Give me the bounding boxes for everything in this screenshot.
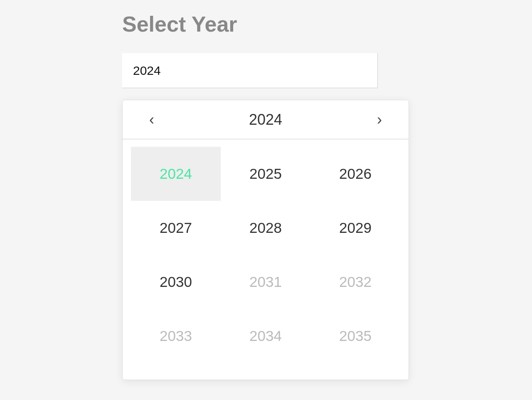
year-cell[interactable]: 2024 xyxy=(131,147,221,201)
year-cell: 2035 xyxy=(310,309,400,363)
year-cell: 2031 xyxy=(221,255,310,309)
year-cell: 2034 xyxy=(221,309,310,363)
year-grid: 2024 2025 2026 2027 2028 2029 2030 2031 … xyxy=(123,139,409,380)
year-cell[interactable]: 2029 xyxy=(310,201,400,255)
next-year-button[interactable]: › xyxy=(367,107,392,132)
year-cell[interactable]: 2030 xyxy=(131,255,221,309)
year-cell[interactable]: 2026 xyxy=(310,147,400,201)
picker-header-year[interactable]: 2024 xyxy=(249,111,282,128)
year-cell[interactable]: 2025 xyxy=(221,147,310,201)
year-input[interactable] xyxy=(122,53,378,88)
picker-header: ‹ 2024 › xyxy=(123,100,409,139)
chevron-right-icon: › xyxy=(377,111,382,128)
chevron-left-icon: ‹ xyxy=(149,111,154,128)
year-picker-panel: ‹ 2024 › 2024 2025 2026 2027 2028 2029 2… xyxy=(122,100,409,380)
year-cell: 2033 xyxy=(131,309,221,363)
page-title: Select Year xyxy=(122,12,532,37)
year-cell[interactable]: 2027 xyxy=(131,201,221,255)
year-cell: 2032 xyxy=(310,255,400,309)
previous-year-button[interactable]: ‹ xyxy=(139,107,164,132)
year-cell[interactable]: 2028 xyxy=(221,201,310,255)
